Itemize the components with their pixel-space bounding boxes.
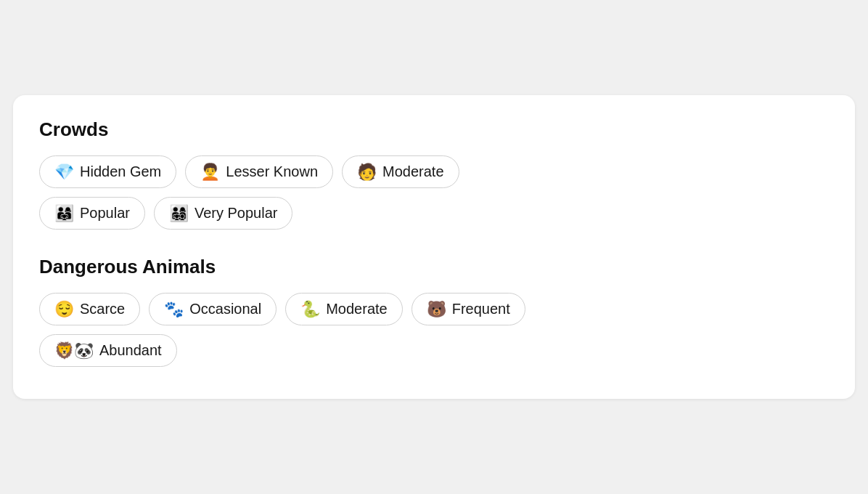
tag-emoji-very-popular: 👨‍👩‍👧‍👦 — [169, 206, 189, 222]
tags-row-crowds-1: 👨‍👩‍👧Popular👨‍👩‍👧‍👦Very Popular — [39, 197, 829, 230]
tags-row-dangerous-animals-1: 🦁🐼Abundant — [39, 334, 829, 367]
tag-label-occasional: Occasional — [189, 301, 261, 317]
tag-label-moderate-crowds: Moderate — [382, 163, 444, 180]
tag-emoji-abundant: 🦁🐼 — [54, 343, 94, 359]
tag-moderate-crowds[interactable]: 🧑Moderate — [342, 155, 459, 188]
tag-emoji-moderate-animals: 🐍 — [300, 301, 320, 317]
tag-occasional[interactable]: 🐾Occasional — [149, 293, 277, 325]
tag-label-frequent: Frequent — [452, 301, 510, 317]
tag-frequent[interactable]: 🐻Frequent — [412, 293, 525, 325]
section-title-crowds: Crowds — [39, 118, 829, 141]
tag-very-popular[interactable]: 👨‍👩‍👧‍👦Very Popular — [154, 197, 293, 230]
tag-emoji-moderate-crowds: 🧑 — [357, 164, 377, 180]
tag-label-lesser-known: Lesser Known — [226, 163, 318, 180]
tag-popular[interactable]: 👨‍👩‍👧Popular — [39, 197, 145, 230]
tag-emoji-lesser-known: 🧑‍🦱 — [200, 164, 220, 180]
tag-moderate-animals[interactable]: 🐍Moderate — [285, 293, 403, 325]
tag-label-popular: Popular — [80, 205, 130, 222]
tag-emoji-hidden-gem: 💎 — [54, 164, 74, 180]
section-crowds: Crowds💎Hidden Gem🧑‍🦱Lesser Known🧑Moderat… — [39, 118, 829, 230]
tag-emoji-scarce: 😌 — [54, 301, 74, 317]
tag-abundant[interactable]: 🦁🐼Abundant — [39, 334, 177, 367]
tag-emoji-occasional: 🐾 — [164, 301, 184, 317]
tag-label-abundant: Abundant — [99, 342, 162, 359]
tag-label-moderate-animals: Moderate — [326, 301, 388, 317]
tag-lesser-known[interactable]: 🧑‍🦱Lesser Known — [185, 155, 333, 188]
tag-emoji-popular: 👨‍👩‍👧 — [54, 206, 74, 222]
tags-row-crowds-0: 💎Hidden Gem🧑‍🦱Lesser Known🧑Moderate — [39, 155, 829, 188]
tag-label-hidden-gem: Hidden Gem — [80, 163, 161, 180]
tag-label-scarce: Scarce — [80, 301, 125, 317]
tag-emoji-frequent: 🐻 — [427, 301, 446, 317]
tag-hidden-gem[interactable]: 💎Hidden Gem — [39, 155, 176, 188]
tag-label-very-popular: Very Popular — [195, 205, 278, 222]
tag-scarce[interactable]: 😌Scarce — [39, 293, 140, 325]
section-title-dangerous-animals: Dangerous Animals — [39, 256, 829, 278]
tags-row-dangerous-animals-0: 😌Scarce🐾Occasional🐍Moderate🐻Frequent — [39, 293, 829, 325]
main-card: Crowds💎Hidden Gem🧑‍🦱Lesser Known🧑Moderat… — [13, 95, 855, 399]
section-dangerous-animals: Dangerous Animals😌Scarce🐾Occasional🐍Mode… — [39, 256, 829, 367]
